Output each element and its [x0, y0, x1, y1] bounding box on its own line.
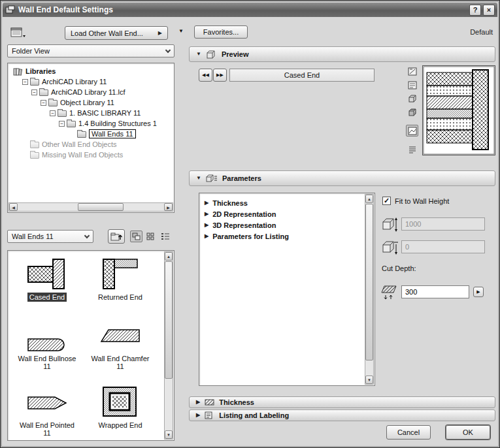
close-icon: ×	[487, 6, 491, 14]
help-button[interactable]: ?	[469, 5, 481, 16]
preview-picture-button[interactable]	[406, 125, 418, 136]
parameter-2d-representation[interactable]: ▶ 2D Representation	[199, 208, 375, 219]
default-indicator: Default	[470, 28, 493, 36]
listing-section-title: Listing and Labeling	[219, 411, 289, 419]
tree-item-wall-ends-11[interactable]: Wall Ends 11	[9, 129, 173, 139]
tree-item-archicad-library-11[interactable]: − ArchiCAD Library 11	[9, 76, 173, 87]
cut-depth-options-button[interactable]: ▶	[473, 287, 484, 297]
load-other-wall-end-button[interactable]: Load Other Wall End... ▶	[65, 26, 168, 40]
preview-2d-fullview-button[interactable]	[407, 80, 418, 91]
current-item-name-field: Cased End	[229, 69, 375, 82]
parameter-thickness[interactable]: ▶ Thickness	[199, 197, 375, 208]
cut-depth-icon	[380, 281, 399, 301]
tree-item-object-library-11[interactable]: − Object Library 11	[9, 97, 173, 108]
listing-section-icon	[205, 411, 214, 419]
collapse-left-panel-button[interactable]: ▼	[177, 27, 185, 34]
tree-item-building-structures[interactable]: − 1.4 Building Structures 1	[9, 118, 173, 129]
preview-info-button[interactable]	[407, 144, 418, 155]
tree-item-archicad-library-11-lcf[interactable]: − ArchiCAD Library 11.lcf	[9, 87, 173, 97]
row-arrow-icon: ▶	[205, 212, 208, 217]
item-label: Wall End Bullnose 11	[13, 354, 81, 371]
preview-2d-symbol-button[interactable]	[407, 66, 418, 77]
list-item-wall-end-pointed[interactable]: Wall End Pointed 11	[10, 387, 84, 438]
close-button[interactable]: ×	[483, 5, 495, 16]
tree-item-missing-wall-end-objects[interactable]: Missing Wall End Objects	[9, 150, 173, 160]
library-folder-combo[interactable]: Wall Ends 11	[7, 230, 93, 243]
list-item-wrapped-end[interactable]: Wrapped End	[84, 385, 157, 430]
section-expanded-icon: ▼	[196, 52, 201, 57]
scroll-down-icon: ▼	[167, 433, 171, 437]
next-item-button[interactable]: ▶▶	[213, 69, 227, 82]
parameters-section-header[interactable]: ▼ Parameters	[189, 170, 495, 186]
scroll-up-button[interactable]: ▲	[165, 252, 173, 261]
collapse-node-icon[interactable]: −	[22, 79, 28, 85]
previous-item-button[interactable]: ◀◀	[199, 69, 212, 82]
folder-view-combo[interactable]: Folder View	[7, 44, 175, 57]
favorites-button[interactable]: Favorites...	[194, 25, 248, 39]
scroll-left-button[interactable]: ◀	[9, 203, 18, 211]
scroll-up-icon: ▲	[167, 255, 171, 259]
large-icons-icon	[132, 232, 141, 240]
ok-button[interactable]: OK	[446, 425, 490, 440]
listing-and-labeling-section-header[interactable]: ▶ Listing and Labeling	[189, 409, 495, 421]
tree-item-label: 1. BASIC LIBRARY 11	[69, 109, 141, 117]
scrollbar-thumb[interactable]	[165, 261, 173, 379]
collapse-node-icon[interactable]: −	[41, 100, 46, 106]
list-item-cased-end[interactable]: Cased End	[10, 256, 84, 302]
scroll-down-button[interactable]: ▼	[365, 376, 373, 384]
wall-height-input[interactable]	[401, 217, 485, 231]
current-item-name: Cased End	[284, 71, 320, 79]
parameter-label: Thickness	[212, 199, 248, 207]
small-icons-view-button[interactable]	[144, 231, 156, 242]
preview-section-icon	[206, 49, 217, 59]
parameter-3d-representation[interactable]: ▶ 3D Representation	[199, 219, 375, 231]
preview-image	[422, 65, 495, 155]
list-item-wall-end-bullnose[interactable]: Wall End Bullnose 11	[10, 319, 84, 371]
scroll-up-button[interactable]: ▲	[365, 195, 373, 203]
window-title: Wall End Default Settings	[18, 5, 113, 14]
scrollbar-thumb[interactable]	[365, 204, 373, 360]
preview-section-title: Preview	[222, 50, 249, 58]
list-item-wall-end-chamfer[interactable]: Wall End Chamfer 11	[84, 319, 157, 371]
collapse-node-icon[interactable]: −	[50, 110, 56, 116]
preview-3d-shaded-button[interactable]	[407, 107, 418, 118]
item-label: Cased End	[27, 293, 67, 302]
parameter-label: 3D Representation	[212, 221, 276, 229]
tree-item-label: ArchiCAD Library 11.lcf	[51, 88, 125, 96]
up-one-level-button[interactable]	[108, 229, 125, 244]
cut-depth-input[interactable]	[401, 285, 469, 298]
parameters-vertical-scrollbar[interactable]: ▲ ▼	[365, 194, 374, 385]
scrollbar-thumb[interactable]	[78, 203, 124, 211]
preview-3d-wireframe-button[interactable]	[407, 93, 418, 104]
tree-item-other-wall-end-objects[interactable]: Other Wall End Objects	[9, 139, 173, 150]
preview-section-header[interactable]: ▼ Preview	[189, 46, 495, 62]
collapse-node-icon[interactable]: −	[59, 121, 65, 127]
library-view-options-button[interactable]	[10, 27, 27, 40]
large-icons-view-button[interactable]	[130, 231, 142, 242]
libraries-icon	[13, 67, 23, 76]
collapse-node-icon[interactable]: −	[31, 89, 37, 95]
thickness-section-icon	[205, 398, 214, 406]
tree-item-basic-library-11[interactable]: − 1. BASIC LIBRARY 11	[9, 108, 173, 118]
scroll-right-icon: ▶	[167, 205, 170, 210]
scroll-down-button[interactable]: ▼	[165, 430, 173, 439]
wall-end-default-settings-dialog: Wall End Default Settings ? × Load Other…	[0, 0, 500, 448]
item-label: Wall End Chamfer 11	[86, 354, 154, 371]
library-tree: Libraries − ArchiCAD Library 11 − ArchiC…	[7, 63, 175, 213]
scroll-right-button[interactable]: ▶	[164, 203, 173, 211]
base-offset-input[interactable]	[401, 240, 485, 253]
fit-to-wall-height-checkbox[interactable]: ✓	[382, 197, 391, 205]
cancel-button[interactable]: Cancel	[386, 425, 431, 440]
item-grid-vertical-scrollbar[interactable]: ▲ ▼	[164, 251, 173, 440]
titlebar[interactable]: Wall End Default Settings ? ×	[3, 3, 497, 17]
tree-item-libraries[interactable]: Libraries	[9, 66, 173, 76]
tree-item-label: 1.4 Building Structures 1	[78, 120, 157, 127]
tree-horizontal-scrollbar[interactable]: ◀ ▶	[8, 202, 173, 212]
list-item-returned-end[interactable]: Returned End	[84, 256, 157, 302]
details-view-button[interactable]	[159, 231, 172, 242]
thickness-section-header[interactable]: ▶ Thickness	[189, 396, 495, 408]
checkmark-icon: ✓	[384, 197, 390, 205]
parameter-parameters-for-listing[interactable]: ▶ Parameters for Listing	[199, 231, 375, 242]
wall-end-pointed-thumbnail	[26, 387, 68, 419]
wall-end-bullnose-thumbnail	[26, 319, 68, 353]
